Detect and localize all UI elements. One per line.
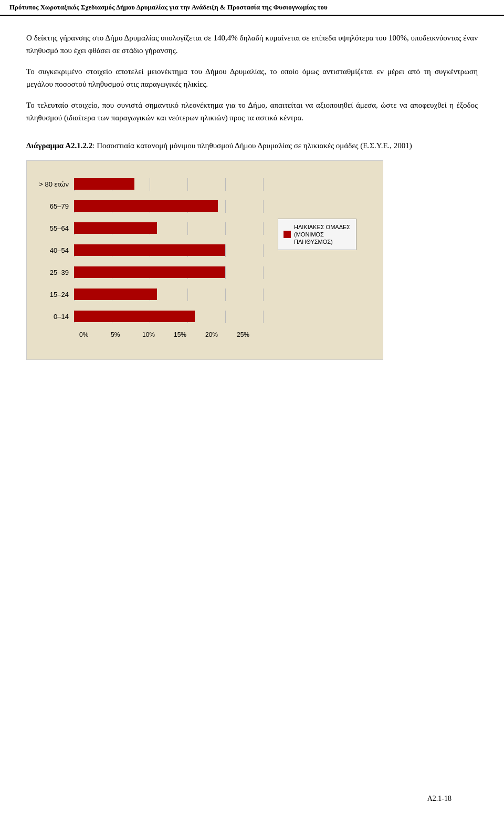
x-axis-label: 5% <box>111 331 142 338</box>
header-title: Πρότυπος Χωροταξικός Σχεδιασμός Δήμου Δρ… <box>9 3 328 11</box>
bar-label: 25–39 <box>37 269 74 276</box>
bar-track <box>74 200 272 213</box>
bar-row: 40–54 <box>37 243 272 259</box>
paragraph-3: Το τελευταίο στοιχείο, που συνιστά σημαν… <box>26 99 478 124</box>
chart-container: ΗΛΙΚΙΑΚΕΣ ΟΜΑΔΕΣ (ΜΟΝΙΜΟΣ ΠΛΗΘΥΣΜΟΣ) > 8… <box>26 160 383 360</box>
x-axis-label: 20% <box>205 331 237 338</box>
x-axis-label: 10% <box>142 331 174 338</box>
bar-track <box>74 178 272 191</box>
diagram-title-label: Διάγραμμα Α2.1.2.2 <box>26 141 92 150</box>
bar-track <box>74 311 272 323</box>
main-content: Ο δείκτης γήρανσης στο Δήμο Δρυμαλίας υπ… <box>0 16 504 402</box>
bar-track <box>74 289 272 301</box>
header: Πρότυπος Χωροταξικός Σχεδιασμός Δήμου Δρ… <box>0 0 504 16</box>
bar-fill <box>74 266 225 278</box>
bar-row: > 80 ετών <box>37 177 272 192</box>
bar-fill <box>74 200 218 212</box>
diagram-subtitle: : Ποσοστιαία κατανομή μόνιμου πληθυσμού … <box>92 141 412 150</box>
bar-row: 15–24 <box>37 287 272 303</box>
paragraph-1: Ο δείκτης γήρανσης στο Δήμο Δρυμαλίας υπ… <box>26 32 478 57</box>
bar-row: 55–64 <box>37 221 272 236</box>
bar-row: 65–79 <box>37 199 272 214</box>
bar-fill <box>74 178 134 190</box>
page-number: Α2.1-18 <box>427 795 452 802</box>
x-axis-labels: 0%5%10%15%20%25% <box>79 331 268 338</box>
bar-track <box>74 222 272 235</box>
bar-row: 0–14 <box>37 309 272 325</box>
page-footer: Α2.1-18 <box>401 789 478 808</box>
x-axis-label: 0% <box>79 331 111 338</box>
bar-row: 25–39 <box>37 265 272 281</box>
bar-label: 55–64 <box>37 224 74 232</box>
bar-track <box>74 244 272 257</box>
bar-track <box>74 266 272 279</box>
bar-label: 65–79 <box>37 202 74 210</box>
x-axis-label: 25% <box>237 331 268 338</box>
bar-fill <box>74 289 157 300</box>
bar-label: > 80 ετών <box>37 180 74 188</box>
bar-label: 40–54 <box>37 246 74 254</box>
bar-label: 0–14 <box>37 313 74 321</box>
bar-fill <box>74 244 225 256</box>
paragraph-2: Το συγκεκριμένο στοιχείο αποτελεί μειονέ… <box>26 65 478 90</box>
bar-label: 15–24 <box>37 291 74 298</box>
bar-fill <box>74 222 157 234</box>
x-axis-label: 15% <box>174 331 205 338</box>
bars-area: > 80 ετών65–7955–6440–5425–3915–240–14 <box>37 177 367 325</box>
chart-wrapper: ΗΛΙΚΙΑΚΕΣ ΟΜΑΔΕΣ (ΜΟΝΙΜΟΣ ΠΛΗΘΥΣΜΟΣ) > 8… <box>37 177 367 338</box>
diagram-title: Διάγραμμα Α2.1.2.2: Ποσοστιαία κατανομή … <box>26 140 478 152</box>
bar-fill <box>74 311 195 322</box>
